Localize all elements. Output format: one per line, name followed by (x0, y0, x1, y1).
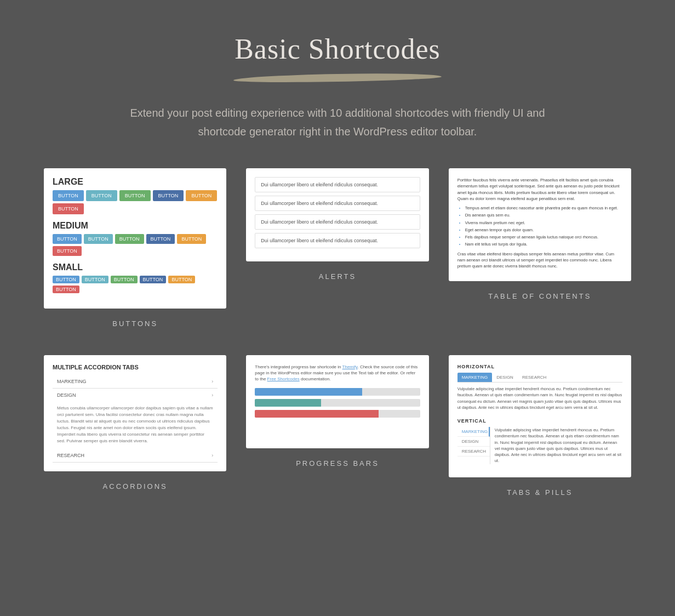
card-toc: Porttitor faucibus felis viverra ante ve… (449, 168, 631, 328)
card-buttons-image: LARGE BUTTON BUTTON BUTTON BUTTON BUTTON… (44, 168, 226, 309)
card-progress: There's integrated progress bar shortcod… (246, 355, 428, 497)
card-accordions-label: ACCORDIONS (103, 482, 168, 490)
page-title: Basic Shortcodes (44, 33, 631, 65)
progress-link1[interactable]: Themify (342, 364, 358, 369)
tab-design[interactable]: DESIGN (492, 373, 518, 382)
progress-bar-fill-1 (255, 388, 362, 396)
cards-grid-row1: LARGE BUTTON BUTTON BUTTON BUTTON BUTTON… (44, 168, 631, 328)
toc-item-2: Dis aenean quis sem eu. (465, 212, 622, 218)
vertical-section-label: VERTICAL (457, 418, 622, 424)
btn-large-orange[interactable]: BUTTON (186, 190, 217, 201)
accordion-research-label: RESEARCH (57, 453, 84, 458)
accordion-item-marketing[interactable]: MARKETING › (53, 375, 218, 389)
btn-med-blue[interactable]: BUTTON (53, 234, 82, 244)
btn-med-orange[interactable]: BUTTON (177, 234, 206, 244)
chevron-down-icon: › (211, 392, 213, 398)
accordion-item-design[interactable]: DESIGN › (53, 389, 218, 402)
card-buttons-label: BUTTONS (112, 320, 158, 328)
toc-item-4: Eget aenean tempor quis dolor quam. (465, 227, 622, 233)
page-container: Basic Shortcodes Extend your post editin… (0, 0, 675, 529)
btn-large-red[interactable]: BUTTON (53, 203, 84, 214)
btn-sm-navy[interactable]: BUTTON (140, 276, 167, 283)
buttons-small-section: SMALL BUTTON BUTTON BUTTON BUTTON BUTTON… (53, 263, 218, 293)
vtab-nav: MARKETING DESIGN RESEARCH (457, 427, 490, 464)
btn-sm-cyan[interactable]: BUTTON (82, 276, 108, 283)
toc-list: Tempus amet et etiam donec nascetur ante… (465, 205, 622, 248)
accordion-design-label: DESIGN (57, 392, 76, 398)
buttons-medium-row: BUTTON BUTTON BUTTON BUTTON BUTTON BUTTO… (53, 234, 218, 256)
card-tabs-image: HORIZONTAL MARKETING DESIGN RESEARCH Vul… (449, 355, 631, 477)
toc-preview: Porttitor faucibus felis viverra ante ve… (457, 177, 622, 269)
progress-bar-fill-2 (255, 399, 321, 407)
btn-large-green[interactable]: BUTTON (119, 190, 151, 201)
progress-preview: There's integrated progress bar shortcod… (255, 364, 420, 418)
btn-sm-orange[interactable]: BUTTON (168, 276, 195, 283)
vtab-marketing[interactable]: MARKETING (457, 427, 490, 437)
tab-marketing[interactable]: MARKETING (457, 373, 493, 382)
alert-item-3: Dui ullamcorper libero ut eleifend ridic… (255, 214, 420, 230)
buttons-small-label: SMALL (53, 263, 218, 272)
accordion-design-content: Metus conubia ullamcorper ullamcorper do… (53, 402, 218, 449)
btn-med-navy[interactable]: BUTTON (146, 234, 175, 244)
buttons-small-row: BUTTON BUTTON BUTTON BUTTON BUTTON BUTTO… (53, 276, 218, 293)
toc-item-6: Nam elit tellus vel turpis dor ligula. (465, 241, 622, 247)
vtab-design[interactable]: DESIGN (457, 437, 490, 447)
btn-sm-red[interactable]: BUTTON (53, 286, 79, 293)
toc-item-3: Viverra mullam pretium nec eget. (465, 220, 622, 226)
toc-paragraph2: Cras vitae vitae eleifend libero dapibus… (457, 251, 622, 270)
progress-bar-bg-1 (255, 388, 420, 396)
header-description: Extend your post editing experience with… (124, 104, 551, 141)
btn-large-cyan[interactable]: BUTTON (86, 190, 117, 201)
horizontal-section-label: HORIZONTAL (457, 364, 622, 369)
progress-bar-fill-3 (255, 410, 379, 418)
tabs-nav-horizontal: MARKETING DESIGN RESEARCH (457, 373, 622, 383)
btn-large-navy[interactable]: BUTTON (153, 190, 184, 201)
accordion-title: MULTIPLE ACCORDION TABS (53, 364, 218, 370)
progress-link2[interactable]: Free Shortcodes (267, 377, 300, 381)
alert-item-1: Dui ullamcorper libero ut eleifend ridic… (255, 177, 420, 192)
chevron-right-icon: › (211, 379, 213, 384)
card-tabs: HORIZONTAL MARKETING DESIGN RESEARCH Vul… (449, 355, 631, 497)
accordion-marketing-label: MARKETING (57, 379, 87, 384)
toc-item-5: Fels dapibus neque semper ut aenean ligu… (465, 234, 622, 240)
card-accordions-image: MULTIPLE ACCORDION TABS MARKETING › DESI… (44, 355, 226, 471)
chevron-right-icon2: › (211, 453, 213, 458)
accordion-preview: MULTIPLE ACCORDION TABS MARKETING › DESI… (53, 364, 218, 463)
card-alerts-label: ALERTS (319, 272, 356, 281)
progress-bar-bg-3 (255, 410, 420, 418)
progress-bar-1 (255, 388, 420, 396)
btn-large-blue[interactable]: BUTTON (53, 190, 84, 201)
horizontal-tab-content: Vulputate adipiscing vitae imperdiet hen… (457, 386, 622, 410)
toc-paragraph1: Porttitor faucibus felis viverra ante ve… (457, 177, 622, 202)
card-alerts-image: Dui ullamcorper libero ut eleifend ridic… (246, 168, 428, 261)
card-toc-image: Porttitor faucibus felis viverra ante ve… (449, 168, 631, 281)
progress-bar-3 (255, 410, 420, 418)
accordion-item-research[interactable]: RESEARCH › (53, 449, 218, 463)
vtab-content: Vulputate adipiscing vitae imperdiet hen… (495, 427, 622, 464)
buttons-large-section: LARGE BUTTON BUTTON BUTTON BUTTON BUTTON… (53, 177, 218, 214)
vertical-tabs: MARKETING DESIGN RESEARCH Vulputate adip… (457, 427, 622, 464)
card-accordions: MULTIPLE ACCORDION TABS MARKETING › DESI… (44, 355, 226, 497)
buttons-medium-label: MEDIUM (53, 221, 218, 231)
btn-med-red[interactable]: BUTTON (53, 246, 82, 256)
btn-sm-green[interactable]: BUTTON (111, 276, 138, 283)
tab-research[interactable]: RESEARCH (518, 373, 551, 382)
card-alerts: Dui ullamcorper libero ut eleifend ridic… (246, 168, 428, 328)
alert-item-4: Dui ullamcorper libero ut eleifend ridic… (255, 233, 420, 248)
cards-grid-row2: MULTIPLE ACCORDION TABS MARKETING › DESI… (44, 355, 631, 497)
progress-bar-bg-2 (255, 399, 420, 407)
progress-note: There's integrated progress bar shortcod… (255, 364, 420, 383)
card-progress-label: PROGRESS BARS (296, 459, 379, 467)
vtab-research[interactable]: RESEARCH (457, 447, 490, 457)
progress-bar-2 (255, 399, 420, 407)
title-underline (233, 72, 442, 84)
btn-med-green[interactable]: BUTTON (115, 234, 144, 244)
alert-item-2: Dui ullamcorper libero ut eleifend ridic… (255, 196, 420, 211)
buttons-large-label: LARGE (53, 177, 218, 187)
header: Basic Shortcodes Extend your post editin… (44, 33, 631, 141)
btn-sm-blue[interactable]: BUTTON (53, 276, 79, 283)
card-progress-image: There's integrated progress bar shortcod… (246, 355, 428, 448)
tabs-preview: HORIZONTAL MARKETING DESIGN RESEARCH Vul… (457, 364, 622, 464)
btn-med-cyan[interactable]: BUTTON (84, 234, 113, 244)
buttons-large-row: BUTTON BUTTON BUTTON BUTTON BUTTON BUTTO… (53, 190, 218, 214)
